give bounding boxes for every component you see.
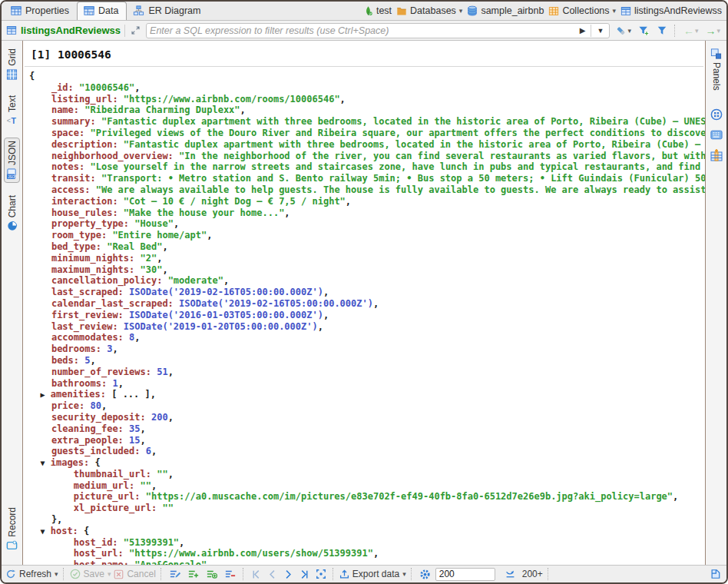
filter-icon <box>657 25 667 36</box>
first-record-button[interactable] <box>250 569 263 580</box>
toggle-panels-button[interactable] <box>708 568 723 580</box>
sql-filter-input[interactable] <box>150 25 574 36</box>
tab-panels-label: Panels <box>711 62 722 91</box>
table-plus-icon <box>710 149 723 161</box>
save-filter-button[interactable] <box>637 25 651 37</box>
json-content[interactable]: { _id: "10006546", listing_url: "https:/… <box>23 67 705 565</box>
chevron-down-icon: ▾ <box>613 7 617 15</box>
collections-icon <box>548 6 559 16</box>
table-data-icon: ( ) <box>84 5 94 16</box>
filter-history-dropdown[interactable]: ▼ <box>594 27 606 35</box>
tab-json[interactable]: JSON JSON <box>4 138 20 183</box>
json-line: neighborhood_overview: "In the neighborh… <box>29 151 705 162</box>
tab-er-diagram[interactable]: ER Diagram <box>127 2 208 20</box>
json-line: space: "Privileged views of the Douro Ri… <box>29 128 705 139</box>
delete-row-icon <box>224 569 237 579</box>
custom-filter-button[interactable] <box>655 25 669 37</box>
expand-filter-button[interactable] <box>129 25 142 36</box>
metadata-panel-button[interactable] <box>709 148 724 162</box>
json-line: bathrooms: 1, <box>29 378 705 390</box>
tab-grid[interactable]: Grid <box>4 45 20 83</box>
breadcrumb-databases[interactable]: Databases ▾ <box>396 5 462 16</box>
divider <box>63 568 65 580</box>
json-line: accommodates: 8, <box>29 332 705 343</box>
fetch-next-page-button[interactable] <box>503 569 518 580</box>
table-icon <box>11 5 22 16</box>
json-line: notes: "Lose yourself in the narrow stre… <box>29 161 705 173</box>
fetch-page-icon <box>505 569 516 579</box>
export-icon <box>339 569 349 579</box>
json-line: { <box>29 71 705 82</box>
calc-panel-button[interactable] <box>709 129 724 141</box>
apply-filter-button[interactable]: ▶ <box>577 26 588 35</box>
json-line: first_review: ISODate('2016-01-03T05:00:… <box>29 310 705 321</box>
json-line: interaction: "Cot – 10 € / night Dog – €… <box>29 196 705 207</box>
refresh-button[interactable]: Refresh ▾ <box>5 569 58 579</box>
panels-sidebar: Panels <box>705 41 726 565</box>
grid-icon <box>6 69 18 80</box>
erase-filter-button[interactable]: ▾ <box>614 25 633 37</box>
cancel-button[interactable]: Cancel <box>114 569 155 579</box>
duplicate-row-button[interactable] <box>204 568 220 580</box>
tab-record[interactable]: Record <box>4 504 20 554</box>
json-line: ▼ host: { <box>29 526 705 537</box>
tab-json-label: JSON <box>7 141 18 165</box>
delete-row-button[interactable] <box>223 568 238 580</box>
add-row-icon <box>187 569 200 579</box>
save-check-icon <box>70 569 81 579</box>
divider <box>591 25 591 37</box>
json-line: house_rules: "Make the house your home..… <box>29 207 705 219</box>
json-line: minimum_nights: "2", <box>29 253 705 264</box>
panel-toggle-icon <box>710 569 721 579</box>
chevron-down-icon: ▾ <box>55 570 58 578</box>
json-line: price: 80, <box>29 400 705 412</box>
json-line: description: "Fantastic duplex apartment… <box>29 139 705 151</box>
last-record-icon <box>299 569 309 579</box>
json-line: listing_url: "https://www.airbnb.com/roo… <box>29 94 705 105</box>
json-line: beds: 5, <box>29 355 705 367</box>
fetch-settings-button[interactable] <box>418 568 432 581</box>
chevron-down-icon: ▾ <box>402 570 406 578</box>
circled-grid-icon <box>710 108 723 121</box>
tab-data-label: Data <box>98 5 118 16</box>
next-record-button[interactable] <box>282 569 295 580</box>
tab-panels[interactable]: Panels <box>708 45 724 94</box>
json-line: medium_url: "", <box>29 480 705 492</box>
breadcrumb-database[interactable]: sample_airbnb <box>467 5 544 16</box>
divider <box>243 568 245 580</box>
cancel-label: Cancel <box>127 569 155 579</box>
arrow-left-icon: ← <box>683 25 694 36</box>
last-record-button[interactable] <box>298 569 311 580</box>
tab-record-label: Record <box>7 507 18 537</box>
breadcrumb-collections-label: Collections <box>562 5 609 16</box>
breadcrumb-connection[interactable]: test <box>363 5 392 16</box>
history-back-button[interactable]: ← ▾ <box>682 25 700 37</box>
history-forward-button[interactable]: → ▾ <box>703 25 722 37</box>
keyboard-grid-icon <box>710 130 723 140</box>
svg-text:JSON: JSON <box>8 174 18 178</box>
json-line: room_type: "Entire home/apt", <box>29 230 705 241</box>
tab-text[interactable]: Text <T <box>4 92 21 128</box>
breadcrumb-collection[interactable]: listingsAndReviewss <box>620 5 722 16</box>
breadcrumb: test Databases ▾ sample_airbnb Collectio… <box>363 2 726 20</box>
json-line: name: "Ribeidraa Charming Duplexx", <box>29 105 705 116</box>
save-button[interactable]: Save ▾ <box>70 569 111 579</box>
tab-data[interactable]: ( ) Data <box>77 2 127 20</box>
svg-text:( ): ( ) <box>89 11 93 15</box>
table-icon <box>6 25 17 35</box>
cancel-x-icon <box>114 569 124 579</box>
refresh-icon <box>5 569 16 579</box>
breadcrumb-collections[interactable]: Collections ▾ <box>548 5 616 16</box>
goto-row-button[interactable] <box>314 568 328 580</box>
edit-value-button[interactable] <box>167 568 183 580</box>
save-label: Save <box>84 569 104 579</box>
previous-record-button[interactable] <box>266 569 279 580</box>
tab-chart[interactable]: Chart <box>5 192 20 234</box>
add-row-button[interactable] <box>186 568 201 580</box>
export-data-button[interactable]: Export data ▾ <box>339 569 406 579</box>
focus-row-icon <box>316 569 326 579</box>
edit-row-icon <box>169 569 181 579</box>
value-viewer-panel-button[interactable] <box>709 108 724 121</box>
fetch-size-input[interactable] <box>435 568 495 581</box>
tab-properties[interactable]: Properties <box>5 2 77 20</box>
